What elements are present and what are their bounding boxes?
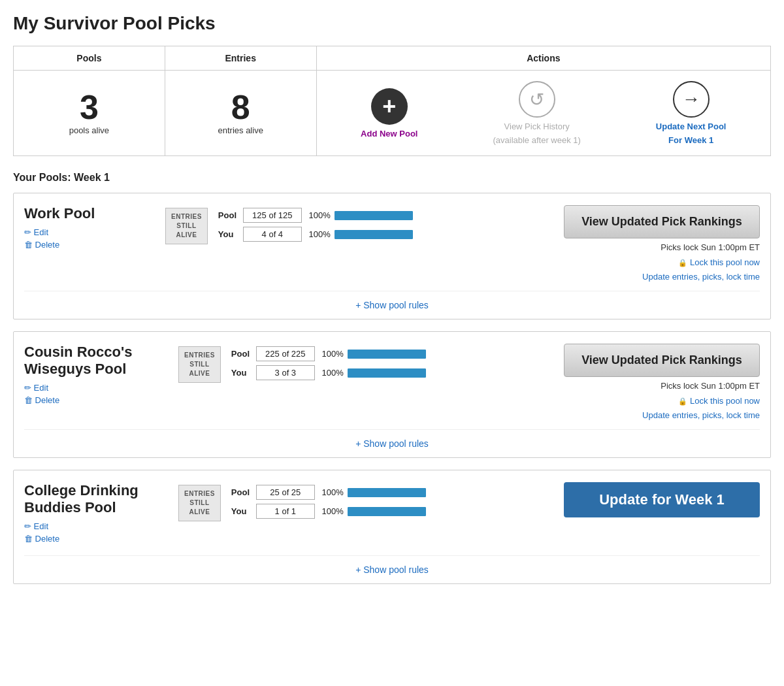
update-week-button-2[interactable]: Update for Week 1 <box>564 482 760 517</box>
show-rules-1: + Show pool rules <box>24 429 760 457</box>
you-progress-container-2 <box>348 507 426 516</box>
lock-link-container-1: 🔒 Lock this pool now <box>678 395 760 406</box>
pool-progress-bar-2 <box>348 488 426 497</box>
lock-info-1: Picks lock Sun 1:00pm ET <box>661 381 760 391</box>
pool-stat-row-2: Pool 25 of 25 100% <box>231 485 426 500</box>
lock-info-0: Picks lock Sun 1:00pm ET <box>661 242 760 252</box>
update-next-pool-action[interactable]: → Update Next Pool For Week 1 <box>656 81 727 145</box>
update-icon: → <box>673 81 710 118</box>
entries-cell: 8 entries alive <box>165 71 316 156</box>
pool-label-1: Pool <box>231 349 252 359</box>
pool-stats-2: Pool 25 of 25 100% You 1 of 1 100% <box>231 485 426 519</box>
pool-card-body-1: Cousin Rocco's Wiseguys Pool ✏ Edit 🗑 De… <box>24 344 760 420</box>
you-pct-2: 100% <box>319 506 344 516</box>
pool-progress-container-2 <box>348 488 426 497</box>
you-progress-container-0 <box>335 230 413 239</box>
you-stat-row-2: You 1 of 1 100% <box>231 504 426 519</box>
lock-link-0[interactable]: Lock this pool now <box>690 257 760 267</box>
add-pool-icon <box>371 88 408 125</box>
pool-pct-1: 100% <box>319 349 344 359</box>
pool-name-0: Work Pool <box>24 205 155 222</box>
entries-badge-0: ENTRIESSTILLALIVE <box>165 208 208 244</box>
pool-progress-container-1 <box>348 350 426 359</box>
pool-stat-value-2: 25 of 25 <box>256 485 315 500</box>
history-sublabel: (available after week 1) <box>493 135 580 145</box>
pool-card-0: Work Pool ✏ Edit 🗑 Delete ENTRIESSTILLAL… <box>13 193 771 319</box>
lock-link-1[interactable]: Lock this pool now <box>690 396 760 406</box>
history-icon: ↺ <box>519 81 555 118</box>
you-progress-bar-1 <box>348 368 426 378</box>
you-label-0: You <box>218 229 239 239</box>
pool-stats-0: Pool 125 of 125 100% You 4 of 4 100% <box>218 208 413 242</box>
summary-table: Pools Entries Actions 3 pools alive 8 en… <box>13 46 771 156</box>
history-label: View Pick History <box>504 122 570 131</box>
pool-name-2: College Drinking Buddies Pool <box>24 482 168 516</box>
pool-cards-container: Work Pool ✏ Edit 🗑 Delete ENTRIESSTILLAL… <box>13 193 771 584</box>
pool-pct-0: 100% <box>306 210 331 220</box>
pool-label-2: Pool <box>231 487 252 497</box>
entries-header: Entries <box>165 46 316 71</box>
update-label: Update Next Pool <box>656 122 727 131</box>
pool-delete-link-2[interactable]: 🗑 Delete <box>24 534 168 544</box>
pool-stat-value-1: 225 of 225 <box>256 346 315 361</box>
show-rules-link-0[interactable]: + Show pool rules <box>355 300 429 310</box>
pool-right-panel-1: View Updated Pick Rankings Picks lock Su… <box>564 344 760 420</box>
show-rules-2: + Show pool rules <box>24 555 760 583</box>
show-rules-0: + Show pool rules <box>24 291 760 319</box>
update-label2: For Week 1 <box>668 135 713 145</box>
add-pool-label: Add New Pool <box>361 129 417 139</box>
section-title: Your Pools: Week 1 <box>13 172 771 184</box>
you-label-2: You <box>231 506 252 516</box>
you-pct-0: 100% <box>306 229 331 239</box>
add-pool-action[interactable]: Add New Pool <box>361 88 417 139</box>
pools-label: pools alive <box>69 125 109 135</box>
pool-label-0: Pool <box>218 210 239 220</box>
pool-name-1: Cousin Rocco's Wiseguys Pool <box>24 344 168 378</box>
entries-count: 8 <box>172 90 310 124</box>
you-progress-bar-0 <box>335 230 413 239</box>
lock-icon-0: 🔒 <box>678 259 687 267</box>
pool-progress-bar-1 <box>348 350 426 359</box>
you-progress-bar-2 <box>348 507 426 516</box>
update-entries-link-1[interactable]: Update entries, picks, lock time <box>642 410 760 420</box>
pool-stat-row-1: Pool 225 of 225 100% <box>231 346 426 361</box>
entries-badge-1: ENTRIESSTILLALIVE <box>178 346 221 383</box>
lock-link-container-0: 🔒 Lock this pool now <box>678 256 760 268</box>
lock-icon-1: 🔒 <box>678 397 687 405</box>
entries-badge-2: ENTRIESSTILLALIVE <box>178 485 221 521</box>
pools-cell: 3 pools alive <box>14 71 165 156</box>
pool-right-panel-0: View Updated Pick Rankings Picks lock Su… <box>564 205 760 282</box>
you-stat-value-2: 1 of 1 <box>256 504 315 519</box>
page-title: My Survivor Pool Picks <box>13 13 771 34</box>
pool-name-section-2: College Drinking Buddies Pool ✏ Edit 🗑 D… <box>24 482 168 546</box>
you-pct-1: 100% <box>319 368 344 378</box>
entries-label: entries alive <box>218 125 263 135</box>
pool-stat-value-0: 125 of 125 <box>243 208 302 223</box>
pool-name-section-0: Work Pool ✏ Edit 🗑 Delete <box>24 205 155 252</box>
actions-header: Actions <box>316 46 770 71</box>
pool-stats-1: Pool 225 of 225 100% You 3 of 3 100% <box>231 346 426 380</box>
you-stat-value-0: 4 of 4 <box>243 227 302 242</box>
view-history-action: ↺ View Pick History (available after wee… <box>493 81 580 145</box>
pool-progress-bar-0 <box>335 211 413 220</box>
pool-card-1: Cousin Rocco's Wiseguys Pool ✏ Edit 🗑 De… <box>13 331 771 458</box>
pool-delete-link-1[interactable]: 🗑 Delete <box>24 395 168 405</box>
view-rankings-button-1[interactable]: View Updated Pick Rankings <box>564 344 760 377</box>
view-rankings-button-0[interactable]: View Updated Pick Rankings <box>564 205 760 238</box>
pools-count: 3 <box>20 90 158 124</box>
you-stat-row-1: You 3 of 3 100% <box>231 365 426 380</box>
pool-progress-container-0 <box>335 211 413 220</box>
pool-edit-link-1[interactable]: ✏ Edit <box>24 383 168 393</box>
pool-edit-link-0[interactable]: ✏ Edit <box>24 227 155 237</box>
pool-pct-2: 100% <box>319 487 344 497</box>
pool-stat-row-0: Pool 125 of 125 100% <box>218 208 413 223</box>
pool-edit-link-2[interactable]: ✏ Edit <box>24 521 168 531</box>
update-entries-link-0[interactable]: Update entries, picks, lock time <box>642 272 760 282</box>
pool-delete-link-0[interactable]: 🗑 Delete <box>24 240 155 250</box>
show-rules-link-2[interactable]: + Show pool rules <box>355 564 429 575</box>
pool-right-panel-2: Update for Week 1 <box>564 482 760 517</box>
pool-card-body-2: College Drinking Buddies Pool ✏ Edit 🗑 D… <box>24 482 760 546</box>
pool-card-2: College Drinking Buddies Pool ✏ Edit 🗑 D… <box>13 470 771 584</box>
show-rules-link-1[interactable]: + Show pool rules <box>355 438 429 449</box>
you-stat-value-1: 3 of 3 <box>256 365 315 380</box>
